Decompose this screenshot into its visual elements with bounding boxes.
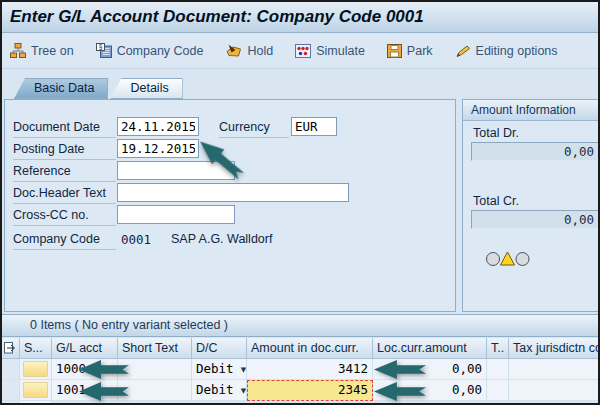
- document-date-input[interactable]: [117, 117, 199, 136]
- row-status-cell[interactable]: [20, 359, 52, 380]
- status-button[interactable]: [23, 382, 48, 398]
- dc-value: Debit: [196, 382, 234, 397]
- row-selector[interactable]: [2, 359, 20, 380]
- dc-value: Debit: [196, 361, 234, 376]
- posting-date-label: Posting Date: [13, 140, 116, 160]
- park-button[interactable]: Park: [387, 44, 433, 58]
- tab-basic-data[interactable]: Basic Data: [14, 78, 108, 99]
- yellow-triangle-icon: [501, 252, 515, 265]
- company-code-button[interactable]: § Company Code: [96, 43, 204, 58]
- total-dr-value: 0,00: [471, 142, 599, 161]
- row-status-cell[interactable]: [20, 380, 52, 401]
- amount-information-title: Amount Information: [463, 100, 600, 121]
- cross-cc-no-input[interactable]: [117, 205, 235, 224]
- amount-2345-arrow: [374, 382, 426, 401]
- reference-label: Reference: [13, 162, 116, 182]
- column-header-tax-jurisdiction[interactable]: Tax jurisdictn cod: [509, 338, 598, 359]
- pencil-icon: [455, 44, 471, 58]
- short-text-cell[interactable]: [118, 380, 192, 401]
- amount-cell-focused[interactable]: 2345: [247, 380, 373, 401]
- gray-circle-icon: [487, 253, 500, 266]
- tax-flag-cell[interactable]: [487, 359, 509, 380]
- total-cr-value: 0,00: [471, 210, 599, 229]
- hold-icon: [225, 43, 242, 58]
- dropdown-icon: ▼: [241, 387, 246, 395]
- column-header-loc-curr[interactable]: Loc.curr.amount: [373, 338, 487, 359]
- company-code-value: 0001: [121, 230, 151, 249]
- status-traffic-lights: [485, 250, 531, 272]
- simulate-label: Simulate: [316, 44, 365, 58]
- application-toolbar: Tree on § Company Code Hold Simulate Par…: [2, 33, 598, 69]
- tax-jurisdiction-cell[interactable]: [509, 359, 598, 380]
- tree-icon: [10, 43, 26, 58]
- tax-flag-cell[interactable]: [487, 380, 509, 401]
- dc-dropdown[interactable]: Debit▼: [192, 380, 247, 401]
- items-status-bar: 0 Items ( No entry variant selected ): [2, 314, 598, 337]
- column-header-amount[interactable]: Amount in doc.curr.: [247, 338, 373, 359]
- editing-options-label: Editing options: [476, 44, 558, 58]
- amount-information-panel: Amount Information Total Dr. 0,00 Total …: [462, 99, 600, 312]
- status-button[interactable]: [23, 361, 48, 377]
- doc-header-text-input[interactable]: [117, 183, 349, 202]
- doc-header-text-label: Doc.Header Text: [13, 184, 116, 204]
- partial-table-row: [2, 401, 598, 405]
- column-header-gl-acct[interactable]: G/L acct: [52, 338, 118, 359]
- column-header-dc[interactable]: D/C: [192, 338, 247, 359]
- currency-label: Currency: [219, 118, 289, 138]
- simulate-icon: [295, 44, 311, 58]
- amount-3412-arrow: [374, 360, 426, 379]
- column-header-status[interactable]: S...: [20, 338, 52, 359]
- table-header-row: S... G/L acct Short Text D/C Amount in d…: [2, 338, 598, 359]
- short-text-cell[interactable]: [118, 359, 192, 380]
- tab-basic-data-label: Basic Data: [34, 81, 94, 95]
- gl-acct-1001-arrow: [79, 382, 129, 401]
- simulate-button[interactable]: Simulate: [295, 44, 365, 58]
- cross-cc-no-label: Cross-CC no.: [13, 206, 116, 226]
- tree-on-label: Tree on: [31, 44, 74, 58]
- dc-dropdown[interactable]: Debit▼: [192, 359, 247, 380]
- gl-acct-1000-arrow: [79, 360, 129, 379]
- tabstrip: Basic Data Details: [14, 78, 183, 99]
- company-code-label: Company Code: [13, 230, 116, 250]
- total-dr-label: Total Dr.: [473, 124, 519, 143]
- company-code-label: Company Code: [117, 44, 204, 58]
- editing-options-button[interactable]: Editing options: [455, 44, 558, 58]
- sap-window: Enter G/L Account Document: Company Code…: [0, 0, 600, 405]
- hold-label: Hold: [247, 44, 273, 58]
- row-selector[interactable]: [2, 380, 20, 401]
- company-name-value: SAP A.G. Walldorf: [171, 230, 272, 249]
- company-code-icon: §: [96, 43, 112, 58]
- hold-button[interactable]: Hold: [225, 43, 273, 58]
- svg-text:§: §: [98, 43, 102, 50]
- park-icon: [387, 44, 402, 58]
- basic-data-panel: Document Date Currency Posting Date Refe…: [4, 99, 456, 312]
- tab-details-label: Details: [130, 81, 168, 95]
- tab-details[interactable]: Details: [110, 78, 182, 99]
- tax-jurisdiction-cell[interactable]: [509, 380, 598, 401]
- total-cr-label: Total Cr.: [473, 192, 519, 211]
- gray-circle-icon: [516, 253, 529, 266]
- amount-cell[interactable]: 3412: [247, 359, 373, 380]
- park-label: Park: [407, 44, 433, 58]
- table-select-icon: [4, 342, 17, 354]
- currency-input[interactable]: [291, 117, 337, 136]
- page-title: Enter G/L Account Document: Company Code…: [2, 2, 598, 33]
- dropdown-icon: ▼: [241, 366, 246, 374]
- table-select-all-button[interactable]: [2, 338, 20, 359]
- posting-date-input[interactable]: [117, 139, 199, 158]
- column-header-tax-flag[interactable]: T..: [487, 338, 509, 359]
- tree-on-button[interactable]: Tree on: [10, 43, 74, 58]
- column-header-short-text[interactable]: Short Text: [118, 338, 192, 359]
- document-date-label: Document Date: [13, 118, 116, 138]
